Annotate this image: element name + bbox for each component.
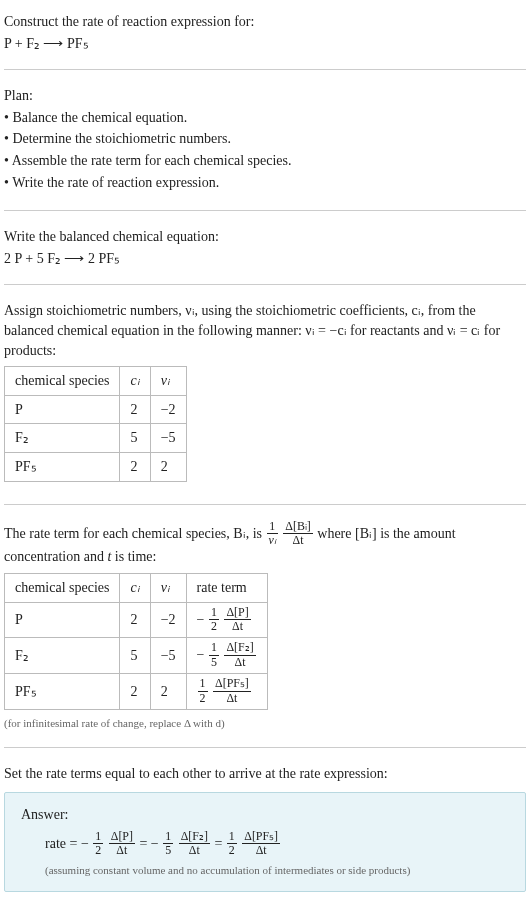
fraction: Δ[PF₅]Δt [213, 678, 251, 705]
fraction: 15 [163, 831, 173, 858]
divider [4, 69, 526, 70]
cell-ci: 2 [120, 602, 150, 638]
prompt-section: Construct the rate of reaction expressio… [4, 8, 526, 57]
prompt-text: Construct the rate of reaction expressio… [4, 12, 526, 32]
stoich-table: chemical species cᵢ νᵢ P 2 −2 F₂ 5 −5 PF… [4, 366, 187, 481]
fraction: 12 [209, 607, 219, 634]
fraction: Δ[P]Δt [224, 607, 250, 634]
fraction: 15 [209, 642, 219, 669]
plan-item: • Assemble the rate term for each chemic… [4, 151, 526, 171]
setequal-text: Set the rate terms equal to each other t… [4, 764, 526, 784]
answer-box: Answer: rate = − 12 Δ[P]Δt = − 15 Δ[F₂]Δ… [4, 792, 526, 892]
header-species: chemical species [5, 367, 120, 396]
table-row: PF₅ 2 2 [5, 452, 187, 481]
table-row: chemical species cᵢ νᵢ rate term [5, 573, 268, 602]
table-row: P 2 −2 [5, 395, 187, 424]
cell-vi: −5 [150, 638, 186, 674]
stoich-section: Assign stoichiometric numbers, νᵢ, using… [4, 297, 526, 491]
cell-species: P [5, 395, 120, 424]
rateterm-section: The rate term for each chemical species,… [4, 517, 526, 736]
balanced-label: Write the balanced chemical equation: [4, 227, 526, 247]
plan-item: • Determine the stoichiometric numbers. [4, 129, 526, 149]
cell-vi: −5 [150, 424, 186, 453]
cell-species: PF₅ [5, 674, 120, 710]
fraction: Δ[Bᵢ] Δt [283, 521, 313, 548]
cell-ci: 5 [120, 424, 150, 453]
rateterm-note: (for infinitesimal rate of change, repla… [4, 716, 526, 731]
cell-vi: 2 [150, 674, 186, 710]
cell-vi: 2 [150, 452, 186, 481]
table-row: P 2 −2 − 12 Δ[P]Δt [5, 602, 268, 638]
fraction: Δ[F₂]Δt [179, 831, 210, 858]
divider [4, 747, 526, 748]
plan-item: • Balance the chemical equation. [4, 108, 526, 128]
table-row: chemical species cᵢ νᵢ [5, 367, 187, 396]
fraction: 12 [198, 678, 208, 705]
cell-ci: 5 [120, 638, 150, 674]
fraction: Δ[F₂]Δt [224, 642, 255, 669]
fraction: 12 [227, 831, 237, 858]
cell-species: P [5, 602, 120, 638]
rateterm-table: chemical species cᵢ νᵢ rate term P 2 −2 … [4, 573, 268, 710]
header-species: chemical species [5, 573, 120, 602]
answer-expression: rate = − 12 Δ[P]Δt = − 15 Δ[F₂]Δt = 12 Δ… [21, 831, 509, 858]
cell-species: PF₅ [5, 452, 120, 481]
header-ci: cᵢ [120, 573, 150, 602]
balanced-section: Write the balanced chemical equation: 2 … [4, 223, 526, 272]
table-row: F₂ 5 −5 [5, 424, 187, 453]
rateterm-intro: The rate term for each chemical species,… [4, 521, 526, 567]
cell-ci: 2 [120, 452, 150, 481]
header-rateterm: rate term [186, 573, 267, 602]
divider [4, 284, 526, 285]
divider [4, 210, 526, 211]
cell-ci: 2 [120, 395, 150, 424]
cell-rateterm: 12 Δ[PF₅]Δt [186, 674, 267, 710]
balanced-equation: 2 P + 5 F₂ ⟶ 2 PF₅ [4, 249, 526, 269]
cell-species: F₂ [5, 638, 120, 674]
cell-vi: −2 [150, 395, 186, 424]
fraction: 12 [93, 831, 103, 858]
fraction: Δ[P]Δt [109, 831, 135, 858]
stoich-intro: Assign stoichiometric numbers, νᵢ, using… [4, 301, 526, 360]
table-row: F₂ 5 −5 − 15 Δ[F₂]Δt [5, 638, 268, 674]
cell-species: F₂ [5, 424, 120, 453]
plan-label: Plan: [4, 86, 526, 106]
unbalanced-equation: P + F₂ ⟶ PF₅ [4, 34, 526, 54]
setequal-section: Set the rate terms equal to each other t… [4, 760, 526, 895]
cell-ci: 2 [120, 674, 150, 710]
answer-note: (assuming constant volume and no accumul… [21, 863, 509, 878]
cell-rateterm: − 15 Δ[F₂]Δt [186, 638, 267, 674]
table-row: PF₅ 2 2 12 Δ[PF₅]Δt [5, 674, 268, 710]
header-ci: cᵢ [120, 367, 150, 396]
fraction: Δ[PF₅]Δt [242, 831, 280, 858]
cell-vi: −2 [150, 602, 186, 638]
header-vi: νᵢ [150, 573, 186, 602]
fraction: 1 νᵢ [267, 521, 278, 548]
plan-section: Plan: • Balance the chemical equation. •… [4, 82, 526, 198]
header-vi: νᵢ [150, 367, 186, 396]
divider [4, 504, 526, 505]
plan-item: • Write the rate of reaction expression. [4, 173, 526, 193]
cell-rateterm: − 12 Δ[P]Δt [186, 602, 267, 638]
answer-label: Answer: [21, 805, 509, 825]
